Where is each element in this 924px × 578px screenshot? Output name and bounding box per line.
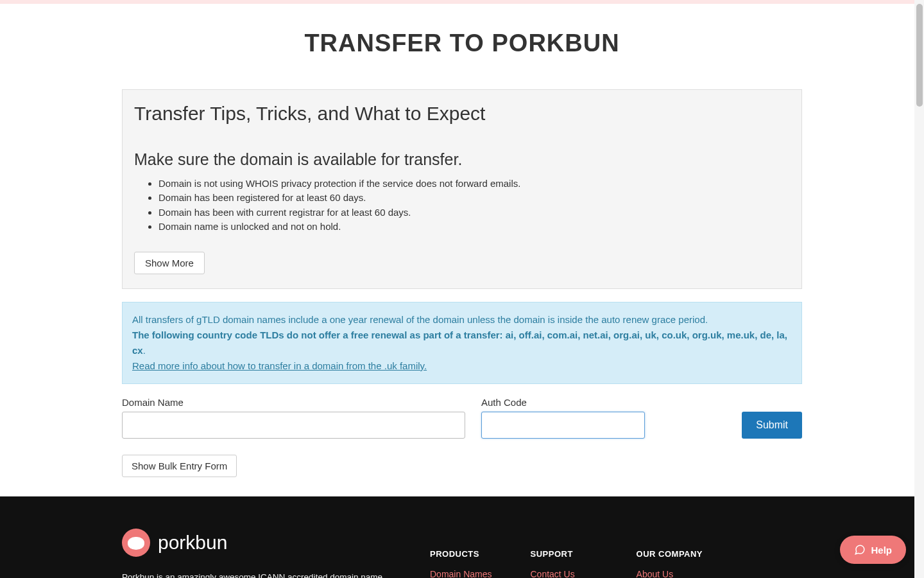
footer-logo: porkbun [122,529,404,557]
uk-transfer-info-link[interactable]: Read more info about how to transfer in … [132,360,427,371]
tips-subheading: Make sure the domain is available for tr… [134,150,790,169]
list-item: Domain is not using WHOIS privacy protec… [158,177,790,191]
footer-col-support: SUPPORT Contact Us Knowledge Base [530,549,597,578]
top-banner-strip [0,0,924,4]
footer-link-domain-names[interactable]: Domain Names [430,568,492,578]
submit-button[interactable]: Submit [742,412,802,439]
help-widget-label: Help [871,545,892,556]
transfer-info-notice: All transfers of gTLD domain names inclu… [122,302,802,384]
footer-heading-company: OUR COMPANY [637,549,703,559]
footer-link-contact-us[interactable]: Contact Us [530,568,597,578]
notice-period: . [143,345,146,356]
domain-name-input[interactable] [122,412,465,439]
tips-list: Domain is not using WHOIS privacy protec… [158,177,790,234]
show-more-button[interactable]: Show More [134,252,205,274]
footer-brand-section: porkbun Porkbun is an amazingly awesome … [122,529,404,578]
list-item: Domain name is unlocked and not on hold. [158,220,790,234]
footer-col-company: OUR COMPANY About Us Our Official Blog [637,549,703,578]
porkbun-logo-icon [122,529,150,557]
domain-name-group: Domain Name [122,397,465,439]
scrollbar-thumb[interactable] [916,4,923,107]
page-footer: porkbun Porkbun is an amazingly awesome … [0,496,924,578]
footer-heading-products: PRODUCTS [430,549,492,559]
domain-name-label: Domain Name [122,397,465,408]
auth-code-label: Auth Code [481,397,645,408]
footer-col-products: PRODUCTS Domain Names Greatest Deals [430,549,492,578]
submit-wrap: Submit [661,412,802,439]
tips-heading: Transfer Tips, Tricks, and What to Expec… [134,103,790,125]
list-item: Domain has been registered for at least … [158,191,790,205]
notice-text-line2: The following country code TLDs do not o… [132,329,787,356]
chat-icon [854,544,866,556]
footer-link-about-us[interactable]: About Us [637,568,703,578]
footer-heading-support: SUPPORT [530,549,597,559]
auth-code-input[interactable] [481,412,645,439]
footer-description: Porkbun is an amazingly awesome ICANN ac… [122,571,404,578]
notice-text-line1: All transfers of gTLD domain names inclu… [132,314,708,325]
page-title: TRANSFER TO PORKBUN [122,30,802,57]
help-widget-button[interactable]: Help [840,536,906,564]
footer-brand-name: porkbun [158,532,227,554]
transfer-form-row: Domain Name Auth Code Submit [122,397,802,439]
auth-code-group: Auth Code [481,397,645,439]
footer-columns: PRODUCTS Domain Names Greatest Deals SUP… [430,529,802,578]
transfer-tips-panel: Transfer Tips, Tricks, and What to Expec… [122,89,802,289]
show-bulk-entry-button[interactable]: Show Bulk Entry Form [122,455,237,477]
list-item: Domain has been with current registrar f… [158,206,790,220]
scrollbar-track[interactable] [914,0,924,578]
